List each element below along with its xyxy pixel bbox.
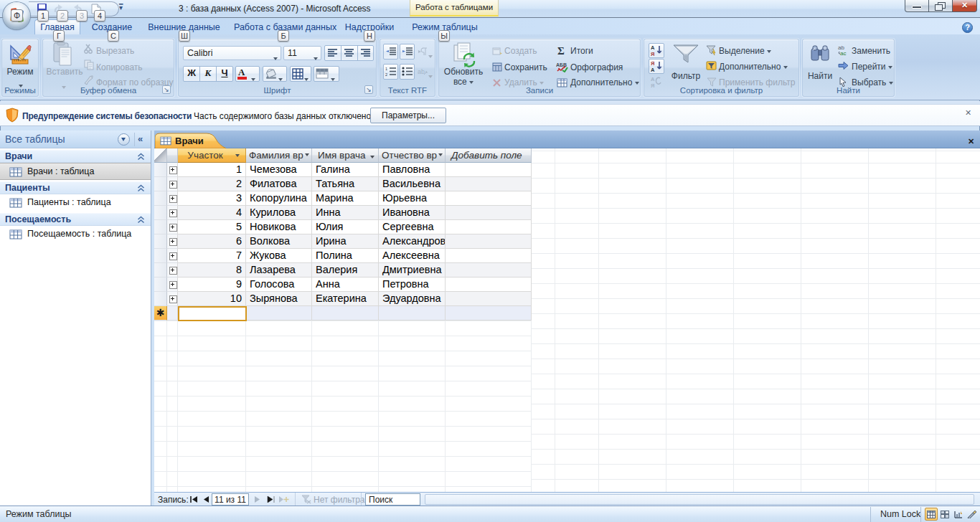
svg-text:А: А bbox=[651, 44, 655, 51]
svg-text:1: 1 bbox=[385, 67, 387, 71]
svg-text:Я: Я bbox=[651, 60, 654, 67]
svg-text:2: 2 bbox=[385, 72, 387, 76]
svg-text:ab: ab bbox=[418, 68, 425, 75]
svg-text:ac: ac bbox=[840, 50, 846, 56]
svg-text:А: А bbox=[651, 67, 655, 72]
svg-text:А: А bbox=[651, 76, 655, 82]
svg-text:Я: Я bbox=[651, 51, 654, 56]
